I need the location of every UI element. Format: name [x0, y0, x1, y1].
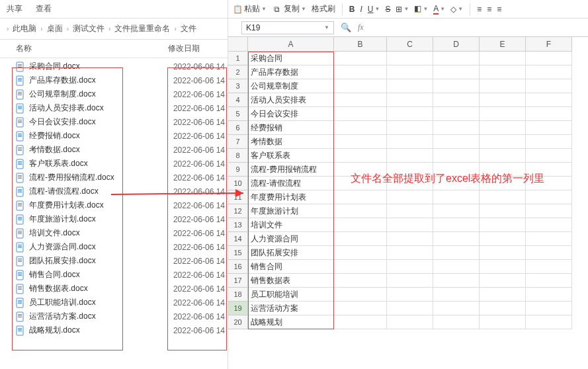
file-row[interactable]: 采购合同.docx2022-06-06 14 [0, 60, 228, 73]
file-row[interactable]: 员工职能培训.docx2022-06-06 14 [0, 296, 228, 309]
file-row[interactable]: 经费报销.docx2022-06-06 14 [0, 129, 228, 143]
crumb[interactable]: 文件批量重命名 [114, 23, 170, 34]
col-header-B[interactable]: B [334, 37, 387, 52]
row-header[interactable]: 8 [228, 149, 248, 163]
cell-E10[interactable] [480, 177, 526, 190]
col-header-E[interactable]: E [480, 37, 526, 52]
cell-A4[interactable]: 活动人员安排表 [248, 93, 334, 107]
cell-A15[interactable]: 团队拓展安排 [248, 246, 334, 260]
cell-F13[interactable] [526, 218, 572, 232]
cell-D3[interactable] [433, 79, 480, 93]
cell-E2[interactable] [480, 65, 526, 79]
cell-F2[interactable] [526, 65, 572, 79]
cell-F9[interactable] [526, 163, 572, 177]
cell-A17[interactable]: 销售数据表 [248, 274, 334, 288]
file-row[interactable]: 团队拓展安排.docx2022-06-06 14 [0, 254, 228, 268]
font-color-button[interactable]: A▼ [433, 4, 445, 15]
row-header[interactable]: 15 [228, 246, 248, 260]
cell-E14[interactable] [480, 232, 526, 246]
cell-F3[interactable] [526, 79, 572, 93]
cell-F14[interactable] [526, 232, 572, 246]
cell-E20[interactable] [480, 315, 526, 329]
cell-C4[interactable] [387, 93, 433, 107]
cell-B9[interactable] [334, 163, 387, 177]
row-header[interactable]: 1 [228, 52, 248, 65]
row-header[interactable]: 5 [228, 107, 248, 121]
row-header[interactable]: 13 [228, 218, 248, 232]
cell-C3[interactable] [387, 79, 433, 93]
row-header[interactable]: 12 [228, 204, 248, 218]
col-header-F[interactable]: F [526, 37, 572, 52]
cell-F16[interactable] [526, 260, 572, 274]
cell-F7[interactable] [526, 135, 572, 149]
breadcrumb[interactable]: › 此电脑 › 桌面 › 测试文件 › 文件批量重命名 › 文件 [0, 19, 228, 40]
cell-C12[interactable] [387, 204, 433, 218]
crumb[interactable]: 测试文件 [73, 23, 105, 34]
name-box[interactable]: K19 ▼ [241, 21, 334, 34]
cell-B20[interactable] [334, 315, 387, 329]
format-painter-button[interactable]: 格式刷 [312, 3, 335, 15]
cell-A18[interactable]: 员工职能培训 [248, 288, 334, 302]
cell-A14[interactable]: 人力资源合同 [248, 232, 334, 246]
cell-A5[interactable]: 今日会议安排 [248, 107, 334, 121]
cell-D4[interactable] [433, 93, 480, 107]
underline-button[interactable]: U▼ [368, 5, 380, 14]
cell-B10[interactable] [334, 177, 387, 190]
cell-C1[interactable] [387, 52, 433, 65]
file-row[interactable]: 流程-费用报销流程.docx2022-06-06 14 [0, 171, 228, 184]
cell-E5[interactable] [480, 107, 526, 121]
italic-button[interactable]: I [360, 5, 362, 14]
file-row[interactable]: 客户联系表.docx2022-06-06 14 [0, 157, 228, 171]
cell-A16[interactable]: 销售合同 [248, 260, 334, 274]
cell-B1[interactable] [334, 52, 387, 65]
cell-B8[interactable] [334, 149, 387, 163]
cell-C10[interactable] [387, 177, 433, 190]
cell-E8[interactable] [480, 149, 526, 163]
fill-color-button[interactable]: ◧▼ [414, 4, 428, 15]
cell-E17[interactable] [480, 274, 526, 288]
cell-E12[interactable] [480, 204, 526, 218]
cell-D9[interactable] [433, 163, 480, 177]
cell-A7[interactable]: 考情数据 [248, 135, 334, 149]
cell-E7[interactable] [480, 135, 526, 149]
align-center-button[interactable]: ≡ [487, 5, 491, 14]
cell-B18[interactable] [334, 288, 387, 302]
cell-E9[interactable] [480, 163, 526, 177]
cell-E13[interactable] [480, 218, 526, 232]
cell-E1[interactable] [480, 52, 526, 65]
cell-F17[interactable] [526, 274, 572, 288]
cell-D13[interactable] [433, 218, 480, 232]
col-header-C[interactable]: C [387, 37, 433, 52]
file-row[interactable]: 流程-请假流程.docx2022-06-06 14 [0, 184, 228, 198]
cell-C15[interactable] [387, 246, 433, 260]
cell-D1[interactable] [433, 52, 480, 65]
file-row[interactable]: 年度旅游计划.docx2022-06-06 14 [0, 212, 228, 226]
cell-C6[interactable] [387, 121, 433, 135]
bold-button[interactable]: B [349, 5, 355, 14]
col-header-name[interactable]: 名称 [16, 43, 168, 54]
cell-C16[interactable] [387, 260, 433, 274]
cell-D7[interactable] [433, 135, 480, 149]
row-header[interactable]: 11 [228, 190, 248, 204]
cell-D12[interactable] [433, 204, 480, 218]
cell-C9[interactable] [387, 163, 433, 177]
row-header[interactable]: 18 [228, 288, 248, 302]
cell-B2[interactable] [334, 65, 387, 79]
cell-F4[interactable] [526, 93, 572, 107]
cell-D18[interactable] [433, 288, 480, 302]
file-row[interactable]: 公司规章制度.docx2022-06-06 14 [0, 87, 228, 101]
cell-F6[interactable] [526, 121, 572, 135]
row-header[interactable]: 16 [228, 260, 248, 274]
cell-F5[interactable] [526, 107, 572, 121]
file-row[interactable]: 活动人员安排表.docx2022-06-06 14 [0, 101, 228, 115]
crumb[interactable]: 此电脑 [13, 23, 36, 34]
cell-D16[interactable] [433, 260, 480, 274]
file-row[interactable]: 战略规划.docx2022-06-06 14 [0, 323, 228, 337]
file-row[interactable]: 人力资源合同.docx2022-06-06 14 [0, 240, 228, 254]
cell-E4[interactable] [480, 93, 526, 107]
cell-F15[interactable] [526, 246, 572, 260]
cell-E11[interactable] [480, 190, 526, 204]
search-icon[interactable]: 🔍 [341, 22, 351, 32]
cell-F10[interactable] [526, 177, 572, 190]
cell-B12[interactable] [334, 204, 387, 218]
